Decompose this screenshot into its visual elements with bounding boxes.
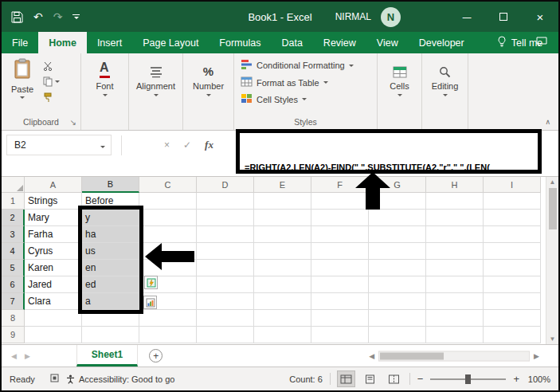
cell-F4[interactable] <box>311 243 369 260</box>
cell-I7[interactable] <box>484 293 541 310</box>
cell-A3[interactable]: Farha <box>25 226 82 243</box>
cell-H7[interactable] <box>426 293 484 310</box>
row-header-7[interactable]: 7 <box>2 293 25 310</box>
name-box[interactable]: B2 <box>6 135 112 155</box>
row-header-4[interactable]: 4 <box>2 243 25 260</box>
cell-F7[interactable] <box>311 293 369 310</box>
normal-view-button[interactable] <box>338 371 354 386</box>
sheet-nav-left-icon[interactable]: ◀ <box>11 352 17 360</box>
copy-button[interactable] <box>43 76 60 87</box>
user-name[interactable]: NIRMAL <box>335 11 371 22</box>
cell-I3[interactable] <box>484 226 541 243</box>
cell-F9[interactable] <box>311 327 369 343</box>
format-painter-button[interactable] <box>43 92 60 103</box>
accessibility-status[interactable]: Accessibility: Good to go <box>66 374 174 384</box>
tab-developer[interactable]: Developer <box>409 32 475 53</box>
page-layout-view-button[interactable] <box>362 371 378 386</box>
row-header-8[interactable]: 8 <box>2 310 25 327</box>
zoom-slider-thumb[interactable] <box>465 374 471 384</box>
cell-F6[interactable] <box>311 276 369 293</box>
tab-insert[interactable]: Insert <box>87 32 132 53</box>
cell-I8[interactable] <box>484 310 541 327</box>
tab-formulas[interactable]: Formulas <box>209 32 271 53</box>
cell-D7[interactable] <box>197 293 254 310</box>
cell-F3[interactable] <box>311 226 369 243</box>
number-group-button[interactable]: % Number <box>183 53 233 130</box>
column-header-I[interactable]: I <box>484 177 541 193</box>
avatar[interactable]: N <box>381 7 401 27</box>
editing-group-button[interactable]: Editing <box>422 53 468 130</box>
scroll-left-icon[interactable]: ◀ <box>369 352 374 360</box>
cell-E4[interactable] <box>254 243 311 260</box>
maximize-button[interactable] <box>485 2 522 32</box>
cell-D3[interactable] <box>197 226 254 243</box>
quick-analysis-badge[interactable] <box>143 296 157 309</box>
cell-D1[interactable] <box>197 193 254 210</box>
cell-D9[interactable] <box>197 327 254 343</box>
enter-button[interactable]: ✓ <box>183 139 191 151</box>
cell-E7[interactable] <box>254 293 311 310</box>
customize-quick-access-icon[interactable] <box>72 14 80 19</box>
scroll-right-icon[interactable]: ▶ <box>534 352 539 360</box>
cell-I6[interactable] <box>484 276 541 293</box>
horizontal-scrollbar[interactable]: ◀ ▶ <box>369 351 539 361</box>
column-header-A[interactable]: A <box>25 177 82 193</box>
close-button[interactable]: × <box>522 2 558 32</box>
cell-A6[interactable]: Jared <box>25 276 82 293</box>
cell-H5[interactable] <box>426 260 484 276</box>
tab-home[interactable]: Home <box>38 32 87 53</box>
vertical-scrollbar[interactable]: ▲ ▼ <box>546 177 558 344</box>
vertical-scroll-track[interactable] <box>546 186 558 335</box>
clipboard-dialog-launcher-icon[interactable]: ↘ <box>70 119 76 127</box>
cell-H3[interactable] <box>426 226 484 243</box>
cell-C1[interactable] <box>139 193 197 210</box>
scroll-up-icon[interactable]: ▲ <box>550 178 556 186</box>
cells-group-button[interactable]: Cells <box>378 53 421 130</box>
tab-data[interactable]: Data <box>271 32 312 53</box>
cell-C9[interactable] <box>139 327 197 343</box>
page-break-view-button[interactable] <box>386 371 402 386</box>
cell-A9[interactable] <box>25 327 82 343</box>
insert-function-button[interactable]: fx <box>205 139 213 151</box>
save-icon[interactable] <box>11 11 23 23</box>
cell-C3[interactable] <box>139 226 197 243</box>
cell-A5[interactable]: Karen <box>25 260 82 276</box>
zoom-out-button[interactable]: − <box>417 373 424 385</box>
vertical-scroll-thumb[interactable] <box>549 188 557 229</box>
row-header-9[interactable]: 9 <box>2 327 25 343</box>
flash-fill-options-badge[interactable] <box>144 276 158 289</box>
cut-button[interactable] <box>43 61 60 71</box>
tab-page-layout[interactable]: Page Layout <box>132 32 209 53</box>
horizontal-scroll-thumb[interactable] <box>380 352 444 359</box>
row-header-5[interactable]: 5 <box>2 260 25 276</box>
new-sheet-button[interactable]: + <box>149 349 163 363</box>
cell-G5[interactable] <box>369 260 426 276</box>
cell-F8[interactable] <box>311 310 369 327</box>
cell-H2[interactable] <box>426 210 484 226</box>
undo-icon[interactable]: ↶ <box>33 10 43 23</box>
cell-H4[interactable] <box>426 243 484 260</box>
cell-I2[interactable] <box>484 210 541 226</box>
column-header-H[interactable]: H <box>426 177 484 193</box>
zoom-percentage[interactable]: 100% <box>527 374 550 384</box>
tab-review[interactable]: Review <box>313 32 366 53</box>
cell-G8[interactable] <box>369 310 426 327</box>
cell-E8[interactable] <box>254 310 311 327</box>
comments-button[interactable] <box>536 32 547 53</box>
cell-D8[interactable] <box>197 310 254 327</box>
cell-G3[interactable] <box>369 226 426 243</box>
cell-F5[interactable] <box>311 260 369 276</box>
column-header-D[interactable]: D <box>197 177 254 193</box>
row-header-2[interactable]: 2 <box>2 210 25 226</box>
column-header-B[interactable]: B <box>82 177 139 193</box>
minimize-button[interactable]: ─ <box>448 2 485 32</box>
sheet-nav-right-icon[interactable]: ▶ <box>25 352 30 360</box>
cell-E6[interactable] <box>254 276 311 293</box>
cell-E9[interactable] <box>254 327 311 343</box>
cell-C2[interactable] <box>139 210 197 226</box>
cell-I4[interactable] <box>484 243 541 260</box>
cell-E1[interactable] <box>254 193 311 210</box>
cell-D6[interactable] <box>197 276 254 293</box>
cell-I9[interactable] <box>484 327 541 343</box>
cancel-button[interactable]: × <box>164 139 170 151</box>
